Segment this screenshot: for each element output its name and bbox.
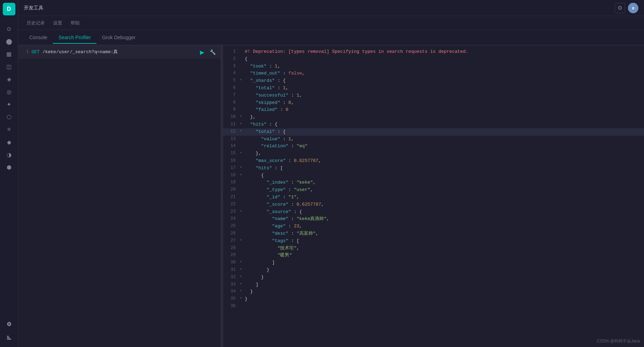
tab-search-profiler[interactable]: Search Profiler (53, 32, 96, 44)
top-header: 开发工具 ⚙ e (18, 0, 644, 16)
kibana-logo[interactable]: D (3, 3, 15, 15)
run-button[interactable]: ▶ (198, 48, 206, 56)
request-url: /keke/user/_search?q=name:真 (42, 49, 118, 56)
response-line: 9 "failed" : 0 (223, 106, 644, 114)
fold-icon[interactable]: ▾ (240, 150, 243, 156)
response-line: 33▾ ] (223, 281, 644, 289)
svg-rect-0 (7, 339, 11, 340)
response-line: 26 "desc" : "高富帅", (223, 230, 644, 238)
sidebar-item-siem[interactable]: ⬢ (3, 162, 15, 173)
fold-icon[interactable]: ▾ (240, 281, 243, 287)
fold-icon[interactable]: ▾ (240, 296, 243, 301)
header-actions: ⚙ e (615, 3, 638, 13)
response-line: 35▾} (223, 296, 644, 303)
content-area: 1 GET /keke/user/_search?q=name:真 ▶ 🔧 ⋮ … (18, 45, 644, 347)
response-line: 10▾ }, (223, 114, 644, 121)
response-line: 14 "relation" : "eq" (223, 143, 644, 150)
response-line: 21 "_id" : "1", (223, 194, 644, 201)
request-editor[interactable]: 1 GET /keke/user/_search?q=name:真 ▶ 🔧 (18, 45, 221, 59)
nav-history[interactable]: 历史记录 (24, 19, 48, 28)
request-line-number: 1 (22, 49, 29, 55)
response-line: 5▾ "_shards" : { (223, 77, 644, 85)
response-line: 4 "timed_out" : false, (223, 70, 644, 77)
fold-icon[interactable]: ▾ (240, 267, 243, 272)
settings-gear-button[interactable]: ⚙ (615, 3, 625, 13)
response-line: 29 "暖男" (223, 252, 644, 259)
fold-icon[interactable]: ▾ (240, 77, 243, 83)
sidebar-item-dashboard[interactable]: ◫ (3, 61, 15, 72)
response-line: 25 "age" : 23, (223, 223, 644, 230)
request-panel: 1 GET /keke/user/_search?q=name:真 ▶ 🔧 (18, 45, 221, 347)
response-line: 12▾ "total" : { (223, 128, 644, 136)
fold-icon[interactable]: ▾ (240, 121, 243, 127)
sidebar-item-security[interactable]: ⬡ (3, 111, 15, 122)
response-line: 8 "skipped" : 0, (223, 99, 644, 107)
response-line: 13 "value" : 1, (223, 136, 644, 143)
sidebar-item-canvas[interactable]: ◈ (3, 73, 15, 85)
fold-icon[interactable]: ▾ (240, 114, 243, 119)
sidebar-item-apm[interactable]: ◆ (3, 136, 15, 148)
response-line: 30▾ ] (223, 259, 644, 267)
sidebar-item-ml[interactable]: ✦ (3, 99, 15, 110)
logo-letter: D (7, 6, 11, 12)
sidebar-item-home[interactable]: ⊙ (3, 23, 15, 34)
tab-grok-debugger[interactable]: Grok Debugger (96, 32, 141, 44)
request-line: 1 GET /keke/user/_search?q=name:真 ▶ 🔧 (18, 45, 221, 59)
sidebar-item-stack-monitoring[interactable] (3, 332, 15, 344)
response-line: 2 { (223, 56, 644, 63)
sidebar-item-logs[interactable]: ≡ (3, 124, 15, 135)
response-line: 16 "max_score" : 0.6257787, (223, 157, 644, 165)
fold-icon[interactable]: ▾ (240, 238, 243, 243)
response-line: 24 "name" : "keke真滴帅", (223, 215, 644, 223)
nav-settings[interactable]: 设置 (50, 19, 65, 28)
request-method: GET (31, 49, 40, 56)
response-line: 27▾ "tags" : [ (223, 238, 644, 245)
response-line: 7 "successful" : 1, (223, 92, 644, 99)
app-title: 开发工具 (24, 5, 43, 11)
fold-icon[interactable]: ▾ (240, 128, 243, 134)
sidebar-item-uptime[interactable]: ◑ (3, 149, 15, 160)
fold-icon[interactable]: ▾ (240, 208, 243, 214)
fold-icon[interactable]: ▾ (240, 259, 243, 265)
response-line: 20 "_type" : "user", (223, 186, 644, 194)
user-avatar-button[interactable]: e (628, 3, 638, 13)
response-line: 36 (223, 303, 644, 310)
response-line: 15▾ }, (223, 150, 644, 157)
response-line: 23▾ "_source" : { (223, 208, 644, 216)
response-line: 1 #! Deprecation: [types removal] Specif… (223, 48, 644, 56)
response-line: 34▾ } (223, 288, 644, 296)
response-line: 11▾ "hits" : { (223, 121, 644, 128)
response-line: 31▾ } (223, 267, 644, 274)
svg-rect-2 (7, 336, 9, 337)
response-editor: 1 #! Deprecation: [types removal] Specif… (223, 48, 644, 310)
nav-bar: 历史记录 设置 帮助 (18, 16, 644, 30)
fold-icon[interactable]: ▾ (240, 172, 243, 178)
sidebar-item-analytics[interactable]: ⬤ (3, 36, 15, 47)
nav-help[interactable]: 帮助 (68, 19, 83, 28)
response-line: 18▾ { (223, 172, 644, 179)
sidebar-item-maps[interactable]: ◎ (3, 86, 15, 97)
sidebar: D ⊙ ⬤ ▦ ◫ ◈ ◎ ✦ ⬡ ≡ ◆ ◑ ⬢ ⚙ (0, 0, 18, 347)
watermark: CSDN @柯柯不会Java (597, 338, 640, 344)
svg-rect-1 (7, 337, 10, 338)
fold-icon[interactable]: ▾ (240, 288, 243, 294)
wrench-button[interactable]: 🔧 (209, 48, 216, 56)
response-panel: 1 #! Deprecation: [types removal] Specif… (223, 45, 644, 347)
response-line: 3 "took" : 1, (223, 63, 644, 70)
response-line: 6 "total" : 1, (223, 85, 644, 92)
fold-icon[interactable]: ▾ (240, 274, 243, 279)
response-line: 19 "_index" : "keke", (223, 179, 644, 186)
fold-icon[interactable]: ▾ (240, 165, 243, 170)
tab-console[interactable]: Console (24, 32, 53, 44)
sidebar-item-visualize[interactable]: ▦ (3, 48, 15, 59)
response-line: 32▾ } (223, 274, 644, 281)
response-line: 22 "_score" : 0.6257787, (223, 201, 644, 208)
response-line: 17▾ "hits" : [ (223, 165, 644, 172)
response-line: 28 "技术宅", (223, 245, 644, 252)
sidebar-item-dev-tools[interactable]: ⚙ (3, 318, 15, 330)
tabs-bar: Console Search Profiler Grok Debugger (18, 30, 644, 45)
main-content: 开发工具 ⚙ e 历史记录 设置 帮助 Console Search Profi… (18, 0, 644, 347)
